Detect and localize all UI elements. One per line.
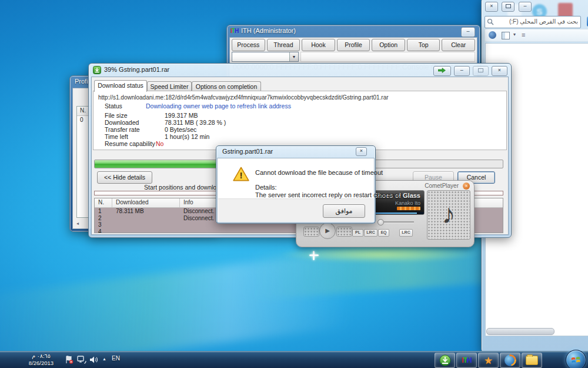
cell-downloaded [112, 228, 180, 233]
taskbar-item-firefox[interactable] [500, 353, 520, 368]
column-header[interactable]: Downloaded [112, 198, 180, 207]
horizontal-scrollbar[interactable] [486, 328, 554, 335]
toolbar-globe-icon[interactable] [489, 31, 496, 39]
bitrate-badge [397, 207, 420, 210]
ith-process-button[interactable]: Process [232, 39, 265, 51]
dialog-footer: موافق [218, 198, 373, 221]
taskbar-item-idm[interactable] [435, 353, 455, 368]
cell-n: 4 [95, 228, 112, 233]
close-icon[interactable]: × [356, 147, 367, 156]
player-title: CometPlayer [425, 183, 459, 189]
equalizer-button[interactable]: EQ [378, 229, 389, 237]
field-value-resume: No [156, 140, 163, 147]
hidden-icons-button[interactable]: ▲ [102, 357, 106, 361]
ok-button[interactable]: موافق [323, 204, 365, 218]
column-header[interactable]: N. [95, 198, 112, 207]
ith-profile-button[interactable]: Profile [337, 39, 370, 51]
idm-icon [439, 354, 451, 366]
firefox-icon [505, 354, 516, 366]
cell-n: 2 [95, 215, 112, 222]
language-indicator[interactable]: EN [112, 355, 120, 362]
field-label: Time left [105, 133, 128, 140]
network-icon[interactable] [77, 356, 86, 364]
tab-download-status[interactable]: Download status [94, 80, 147, 92]
error-dialog: Gstring.part01.rar × ! Cannot download t… [216, 145, 376, 224]
clock-time: ٠٨:٦٥ م [20, 353, 62, 360]
field-label: File size [105, 112, 128, 119]
dialog-details-label: Details: [255, 184, 277, 191]
close-icon[interactable]: × [485, 2, 498, 12]
windows-flag-icon [570, 354, 582, 366]
field-label: Resume capability [105, 140, 155, 147]
volume-knob[interactable] [377, 219, 384, 226]
dialog-message: Cannot download the file because of time… [255, 169, 383, 176]
prev-button[interactable] [303, 227, 319, 237]
taskbar: ٠٨:٦٥ م 8/26/2013 ▲ EN ITH ★ [0, 351, 588, 368]
ith-top-button[interactable]: Top [407, 39, 440, 51]
field-value: 0 Bytes/sec [165, 126, 196, 133]
start-queue-button[interactable] [433, 66, 451, 76]
magnifier-icon [487, 18, 494, 25]
sparkle-cursor [309, 251, 319, 260]
search-input[interactable]: بحث في القرص المحلي (F:) [485, 16, 581, 28]
hide-details-button[interactable]: << Hide details [97, 171, 152, 184]
minimize-icon[interactable]: – [461, 27, 475, 37]
warning-icon: ! [233, 167, 249, 181]
play-button[interactable]: ▶ [319, 223, 336, 239]
speaker-icon[interactable] [89, 356, 98, 364]
close-icon[interactable]: × [492, 66, 507, 76]
lyrics-button-2[interactable]: LRC [399, 229, 413, 237]
toolbar-panes-icon[interactable] [502, 32, 510, 39]
minimize-icon[interactable]: – [454, 66, 470, 76]
clock-date: 8/26/2013 [20, 360, 62, 367]
taskbar-item-explorer[interactable] [522, 353, 542, 368]
scroll-left-arrow-icon[interactable]: ◂ [76, 221, 79, 226]
star-icon: ★ [484, 356, 493, 366]
chevron-down-icon[interactable]: ▾ [513, 32, 516, 37]
ith-option-button[interactable]: Option [372, 39, 405, 51]
next-button[interactable] [336, 227, 352, 237]
idm-app-icon [93, 66, 101, 74]
ith-process-combobox[interactable]: ▼ [232, 52, 299, 62]
taskbar-item-star-app[interactable]: ★ [478, 353, 499, 368]
ith-window-title: ITH (Administrator) [241, 27, 296, 34]
dialog-title: Gstring.part01.rar [222, 148, 273, 155]
search-placeholder: بحث في القرص المحلي (F:) [509, 18, 578, 25]
start-button[interactable] [566, 350, 586, 368]
music-note-icon: ♪ [442, 198, 456, 229]
ith-clear-button[interactable]: Clear [442, 39, 475, 51]
close-icon[interactable]: × [463, 183, 470, 190]
chevron-down-icon[interactable]: ▼ [289, 52, 298, 61]
field-value: 1 hour(s) 12 min [165, 133, 209, 140]
ith-text-field[interactable] [300, 52, 475, 62]
maximize-icon [473, 66, 489, 76]
minimize-icon[interactable]: – [519, 2, 532, 12]
status-label: Status [105, 102, 122, 110]
cell-downloaded [112, 215, 180, 222]
cell-n: 3 [95, 221, 112, 228]
speaker-grille-panel: ♪ [427, 190, 470, 240]
maximize-icon[interactable] [502, 2, 514, 12]
status-value[interactable]: Downloading owner web page to refresh li… [146, 102, 291, 110]
action-center-icon[interactable] [65, 356, 74, 364]
lyrics-button[interactable]: LRC [364, 229, 377, 237]
ith-app-icon: ITH [230, 28, 238, 35]
taskbar-item-ith[interactable]: ITH [456, 353, 477, 368]
taskbar-clock[interactable]: ٠٨:٦٥ م 8/26/2013 [20, 353, 62, 366]
ith-icon: ITH [462, 357, 471, 364]
song-artist: Kanako Ito [395, 200, 420, 206]
folder-icon [526, 356, 538, 365]
toolbar-list-icon[interactable]: ≡ [522, 31, 525, 38]
play-icon: ▶ [325, 227, 330, 234]
green-arrow-icon [438, 68, 446, 73]
ith-thread-button[interactable]: Thread [267, 39, 300, 51]
volume-slider[interactable] [383, 221, 414, 223]
download-url: http://s1.downloadani.me:182/d/rd4r5m4wa… [98, 94, 389, 101]
field-value: 78.311 MB ( 39.28 % ) [165, 119, 226, 126]
dialog-details-text: The server sent incorrect reply on resta… [255, 191, 403, 198]
playlist-button[interactable]: PL [352, 229, 363, 237]
ith-hook-button[interactable]: Hook [302, 39, 335, 51]
cell-downloaded [112, 221, 180, 228]
cell-n: 1 [95, 208, 112, 215]
download-status-panel: http://s1.downloadani.me:182/d/rd4r5m4wa… [93, 91, 507, 150]
